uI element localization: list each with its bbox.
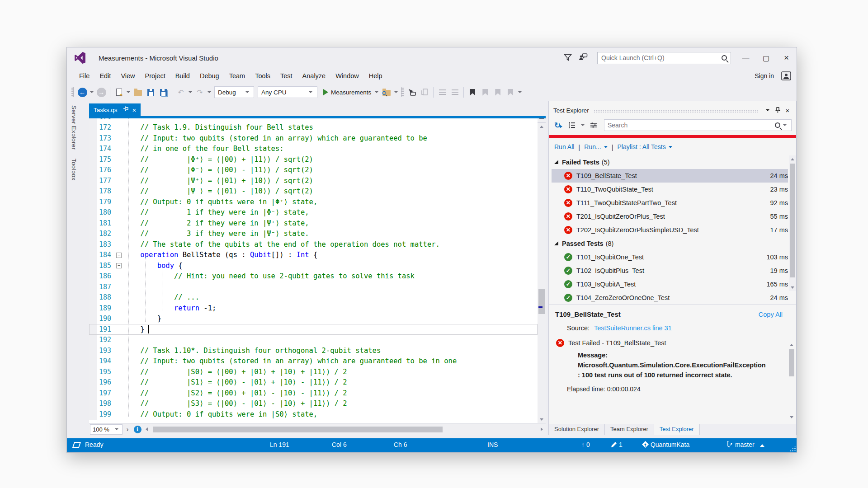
uncommitted-edits-indicator[interactable]: 1 — [611, 441, 623, 448]
vertical-scroll-thumb[interactable] — [790, 164, 795, 277]
code-line-195[interactable]: 195 // |S0⟩ = (|00⟩ + |01⟩ + |10⟩ + |11⟩… — [89, 366, 538, 377]
close-button[interactable]: × — [776, 50, 797, 66]
side-tab-toolbox[interactable]: Toolbox — [67, 154, 81, 185]
breakpoint-margin[interactable] — [89, 399, 97, 409]
toolbar-grip[interactable] — [401, 87, 404, 97]
breakpoint-margin[interactable] — [89, 303, 97, 314]
tool-tab-team-explorer[interactable]: Team Explorer — [605, 424, 654, 435]
code-line-180[interactable]: 180 // 1 if they were in |Φ⁻⟩ state, — [89, 207, 538, 218]
menu-item-view[interactable]: View — [116, 70, 140, 82]
search-dropdown-icon[interactable] — [783, 124, 787, 126]
quick-launch-input[interactable]: Quick Launch (Ctrl+Q) — [597, 52, 731, 64]
branch-indicator[interactable]: master — [726, 441, 764, 448]
find-in-files-button[interactable] — [381, 86, 392, 99]
user-account-icon[interactable] — [781, 71, 791, 80]
playlist-link[interactable]: Playlist : All Tests — [618, 143, 666, 150]
breakpoint-margin[interactable] — [89, 165, 97, 176]
breakpoint-margin[interactable] — [89, 197, 97, 207]
group-by-dropdown-icon[interactable] — [581, 124, 585, 126]
unpushed-commits-indicator[interactable]: ↑ 0 — [581, 441, 590, 448]
save-all-button[interactable] — [157, 86, 169, 99]
side-tab-server-explorer[interactable]: Server Explorer — [67, 101, 81, 154]
test-row[interactable]: ✓T102_IsQubitPlus_Test19 ms — [552, 264, 788, 277]
repository-indicator[interactable]: QuantumKata — [642, 441, 689, 448]
scroll-down-arrow[interactable] — [789, 284, 796, 291]
menu-item-build[interactable]: Build — [170, 70, 195, 82]
scroll-down-arrow[interactable] — [788, 413, 795, 421]
scroll-right-arrow[interactable] — [538, 427, 546, 431]
code-line-184[interactable]: 184− operation BellState (qs : Qubit[]) … — [89, 250, 538, 261]
toggle-bookmark-button[interactable] — [467, 86, 478, 99]
panel-close-icon[interactable]: × — [783, 107, 793, 114]
code-line-178[interactable]: 178 // |Ψ⁻⟩ = (|01⟩ - |10⟩) / sqrt(2) — [89, 186, 538, 197]
breakpoint-margin[interactable] — [89, 122, 97, 133]
navigate-forward-button[interactable]: → — [95, 86, 107, 99]
navigate-back-button[interactable]: ← — [76, 86, 88, 99]
pin-icon[interactable] — [123, 106, 129, 113]
tool-tab-solution-explorer[interactable]: Solution Explorer — [549, 424, 605, 435]
code-line-193[interactable]: 193 // Task 1.10*. Distinguish four orth… — [89, 345, 538, 356]
code-line-185[interactable]: 185− body { — [89, 260, 538, 271]
expander-icon[interactable] — [554, 241, 558, 245]
playlist-dropdown-icon[interactable] — [669, 146, 672, 148]
menu-item-analyze[interactable]: Analyze — [297, 70, 331, 82]
code-editor[interactable]: 171172 // Task 1.9. Distinguish four Bel… — [89, 116, 546, 423]
breakpoint-margin[interactable] — [89, 154, 97, 165]
breakpoint-margin[interactable] — [89, 345, 97, 356]
code-line-173[interactable]: 173 // Input: two qubits (stored in an a… — [89, 133, 538, 144]
breakpoint-margin[interactable] — [89, 324, 97, 335]
decrease-indent-button[interactable] — [436, 86, 448, 99]
test-search-input[interactable]: Search — [604, 119, 792, 131]
title-bar[interactable]: Measurements - Microsoft Visual Studio Q… — [67, 47, 797, 68]
breakpoint-margin[interactable] — [89, 366, 97, 377]
breakpoint-margin[interactable] — [89, 356, 97, 367]
code-line-179[interactable]: 179 // Output: 0 if qubits were in |Φ⁺⟩ … — [89, 197, 538, 207]
test-group-passed[interactable]: Passed Tests(8) — [552, 237, 788, 250]
code-line-175[interactable]: 175 // |Φ⁺⟩ = (|00⟩ + |11⟩) / sqrt(2) — [89, 154, 538, 165]
code-line-172[interactable]: 172 // Task 1.9. Distinguish four Bell s… — [89, 122, 538, 133]
filter-icon[interactable] — [560, 54, 576, 62]
breakpoint-margin[interactable] — [89, 250, 97, 261]
breakpoint-margin[interactable] — [89, 175, 97, 186]
solution-platform-combo[interactable]: Any CPU — [258, 86, 317, 98]
test-row[interactable]: ✕T202_IsQubitZeroOrPlusSimpleUSD_Test17 … — [552, 223, 788, 237]
panel-title-bar[interactable]: Test Explorer × — [549, 104, 796, 117]
scroll-up-arrow[interactable] — [538, 123, 546, 130]
code-line-176[interactable]: 176 // |Φ⁻⟩ = (|00⟩ - |11⟩) / sqrt(2) — [89, 165, 538, 176]
code-line-182[interactable]: 182 // 3 if they were in |Ψ⁻⟩ state. — [89, 229, 538, 239]
test-row[interactable]: ✓T104_ZeroZeroOrOneOne_Test24 ms — [552, 291, 788, 305]
menu-item-edit[interactable]: Edit — [94, 70, 116, 82]
test-row[interactable]: ✕T110_TwoQubitState_Test23 ms — [552, 183, 788, 196]
code-line-187[interactable]: 187 — [89, 282, 538, 292]
breakpoint-margin[interactable] — [89, 335, 97, 346]
feedback-icon[interactable] — [576, 53, 591, 62]
run-menu-link[interactable]: Run... — [584, 143, 601, 150]
new-project-button[interactable] — [113, 86, 125, 99]
breakpoint-margin[interactable] — [89, 314, 97, 324]
open-file-button[interactable] — [132, 86, 144, 99]
code-line-198[interactable]: 198 // |S3⟩ = (|00⟩ - |01⟩ - |10⟩ + |11⟩… — [89, 399, 538, 409]
menu-item-project[interactable]: Project — [140, 70, 170, 82]
new-project-dropdown-icon[interactable] — [127, 91, 130, 93]
run-all-link[interactable]: Run All — [554, 143, 574, 150]
code-line-186[interactable]: 186 // Hint: you need to use 2-qubit gat… — [89, 271, 538, 282]
group-by-icon[interactable] — [566, 119, 578, 131]
panel-menu-dropdown-icon[interactable] — [763, 109, 773, 111]
editor-zoom-combo[interactable]: 100 % — [90, 424, 123, 435]
details-scrollbar[interactable] — [788, 341, 795, 421]
toolbar-overflow-icon[interactable] — [518, 91, 522, 93]
undo-dropdown-icon[interactable] — [189, 91, 192, 93]
maximize-button[interactable]: ▢ — [756, 50, 776, 66]
test-row[interactable]: ✓T103_IsQubitA_Test165 ms — [552, 277, 788, 291]
code-line-190[interactable]: 190 } — [89, 314, 538, 324]
code-line-196[interactable]: 196 // |S1⟩ = (|00⟩ - |01⟩ + |10⟩ - |11⟩… — [89, 377, 538, 388]
copy-all-link[interactable]: Copy All — [759, 311, 783, 318]
menu-item-window[interactable]: Window — [330, 70, 364, 82]
background-tasks-icon[interactable] — [72, 442, 81, 448]
save-button[interactable] — [145, 86, 156, 99]
source-link[interactable]: TestSuiteRunner.cs line 31 — [594, 324, 672, 332]
playlist-icon[interactable] — [588, 119, 599, 131]
minimize-button[interactable]: — — [736, 50, 756, 66]
code-line-197[interactable]: 197 // |S2⟩ = (|00⟩ + |01⟩ - |10⟩ - |11⟩… — [89, 388, 538, 399]
menu-item-team[interactable]: Team — [224, 70, 250, 82]
